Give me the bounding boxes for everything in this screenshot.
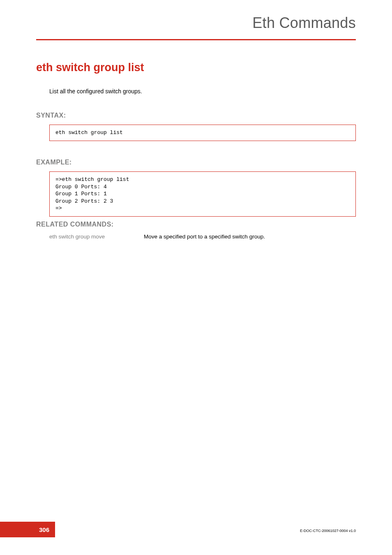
related-section-label: RELATED COMMANDS: [36, 221, 114, 228]
syntax-code-block: eth switch group list [49, 125, 356, 141]
example-section-label: EXAMPLE: [36, 159, 72, 166]
page-title: eth switch group list [36, 61, 144, 74]
syntax-section-label: SYNTAX: [36, 112, 66, 119]
footer-doc-id: E-DOC-CTC-20061027-0004 v1.0 [300, 529, 356, 533]
intro-text: List all the configured switch groups. [49, 88, 142, 95]
related-command-row: eth switch group move Move a specified p… [49, 234, 356, 240]
example-code-block: =>eth switch group list Group 0 Ports: 4… [49, 171, 356, 217]
footer-page-number: 306 [0, 522, 55, 537]
chapter-title: Eth Commands [252, 14, 356, 32]
header-rule [36, 39, 356, 40]
related-command-name: eth switch group move [49, 234, 144, 240]
related-command-description: Move a specified port to a specified swi… [144, 234, 265, 240]
